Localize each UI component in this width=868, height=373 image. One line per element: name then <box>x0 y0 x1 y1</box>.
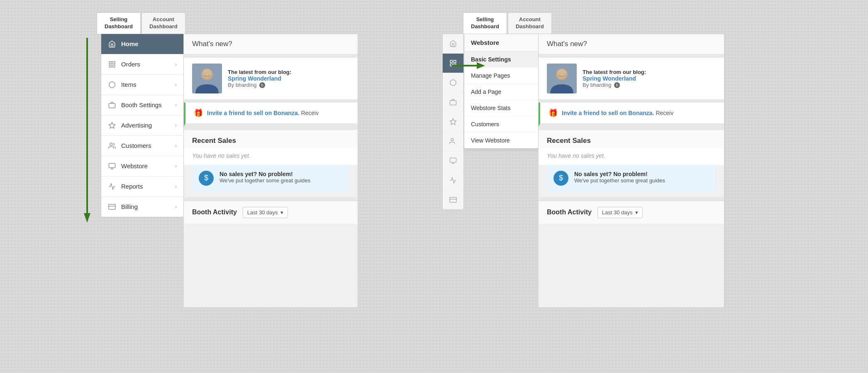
sidebar-item-customers[interactable]: Customers › <box>101 136 183 156</box>
svg-point-25 <box>451 138 454 141</box>
sidebar-label-items: Items <box>121 81 137 88</box>
recent-sales-header-left: Recent Sales <box>184 130 358 148</box>
svg-rect-5 <box>113 65 115 67</box>
no-sales-promo-right: $ No sales yet? No problem! We've put to… <box>547 165 716 191</box>
sidebar-label-reports: Reports <box>121 183 143 190</box>
whats-new-section-right: What's new? <box>539 34 724 54</box>
whats-new-section: What's new? <box>184 34 358 54</box>
booth-activity-bar-right: Booth Activity Last 30 days ▾ <box>539 201 724 224</box>
dropdown-item-add-page[interactable]: Add a Page <box>464 84 538 100</box>
person-face-icon <box>192 64 222 93</box>
svg-rect-23 <box>450 101 456 105</box>
sidebar-item-webstore[interactable]: Webstore › <box>101 156 183 177</box>
right-arrow-icon <box>450 59 487 72</box>
advertising-chevron: › <box>175 123 177 128</box>
left-panel: Selling Dashboard Account Dashboard <box>0 0 426 373</box>
sidebar-item-reports[interactable]: Reports › <box>101 177 183 197</box>
dropdown-chevron-right: ▾ <box>635 209 638 216</box>
sidebar-left: Home Orders › <box>101 34 184 217</box>
sidebar-label-home: Home <box>121 40 139 47</box>
billing-icon <box>108 203 116 211</box>
collapsed-reports-icon <box>449 177 457 184</box>
dropdown-menu-header: Webstore <box>464 34 538 52</box>
webstore-icon <box>108 162 116 170</box>
green-arrow-down <box>82 34 99 233</box>
dollar-icon-right: $ <box>553 171 568 186</box>
sidebar-item-orders[interactable]: Orders › <box>101 54 183 75</box>
sidebar-item-home[interactable]: Home <box>101 34 183 54</box>
sidebar-item-billing[interactable]: Billing › <box>101 197 183 217</box>
recent-sales-header-right: Recent Sales <box>539 130 724 148</box>
booth-activity-dropdown-left[interactable]: Last 30 days ▾ <box>243 207 288 218</box>
blog-latest-label: The latest from our blog: <box>228 69 291 75</box>
sidebar-item-booth-settings[interactable]: Booth Settings › <box>101 95 183 115</box>
blog-section-left: The latest from our blog: Spring Wonderl… <box>184 58 358 103</box>
sidebar-label-booth: Booth Settings <box>121 101 162 108</box>
invite-link[interactable]: Invite a friend to sell on Bonanza. <box>207 110 299 116</box>
booth-activity-label-right: Booth Activity <box>547 209 592 216</box>
gift-icon: 🎁 <box>194 108 203 118</box>
customers-chevron: › <box>175 143 177 149</box>
sidebar-label-orders: Orders <box>121 61 140 68</box>
tab-selling-dashboard-right[interactable]: Selling Dashboard <box>463 12 507 34</box>
webstore-chevron: › <box>175 163 177 169</box>
sidebar-item-advertising[interactable]: Advertising › <box>101 115 183 136</box>
home-icon <box>108 40 116 48</box>
dropdown-chevron-left: ▾ <box>280 209 283 216</box>
green-arrow-right <box>450 59 487 72</box>
svg-rect-4 <box>109 65 111 67</box>
svg-rect-3 <box>113 61 115 64</box>
invite-link-right[interactable]: Invite a friend to sell on Bonanza. <box>562 110 654 116</box>
blog-avatar-right <box>547 64 577 93</box>
panel-divider <box>426 0 442 373</box>
collapsed-items[interactable] <box>443 73 463 93</box>
svg-rect-6 <box>109 103 115 108</box>
svg-rect-12 <box>109 204 116 209</box>
collapsed-home[interactable] <box>443 34 463 54</box>
items-icon <box>108 81 116 89</box>
blog-text-left: The latest from our blog: Spring Wonderl… <box>228 69 291 88</box>
collapsed-webstore[interactable] <box>443 151 463 171</box>
no-sales-text-right: You have no sales yet. <box>539 148 724 165</box>
collapsed-billing[interactable] <box>443 190 463 209</box>
tab-account-dashboard-right[interactable]: Account Dashboard <box>508 12 552 34</box>
no-sales-promo-left: $ No sales yet? No problem! We've put to… <box>192 165 349 191</box>
orders-icon <box>108 60 116 69</box>
blog-link-right[interactable]: Spring Wonderland <box>583 75 646 82</box>
svg-rect-29 <box>450 197 457 202</box>
tab-account-dashboard-left[interactable]: Account Dashboard <box>141 12 185 34</box>
booth-activity-dropdown-right[interactable]: Last 30 days ▾ <box>597 207 643 218</box>
dropdown-item-view-webstore[interactable]: View Webstore <box>464 133 538 148</box>
dropdown-item-webstore-stats[interactable]: Webstore Stats <box>464 100 538 116</box>
invite-section-right: 🎁 Invite a friend to sell on Bonanza. Re… <box>539 103 724 127</box>
svg-marker-7 <box>109 122 115 128</box>
collapsed-advertising[interactable] <box>443 112 463 132</box>
collapsed-booth-icon <box>449 98 457 106</box>
promo-desc-left: We've put together some great guides <box>219 177 310 184</box>
svg-marker-24 <box>450 118 456 124</box>
invite-section-left: 🎁 Invite a friend to sell on Bonanza. Re… <box>184 103 358 127</box>
items-chevron: › <box>175 82 177 88</box>
advertising-icon <box>108 121 116 130</box>
billing-chevron: › <box>175 204 177 210</box>
blog-link[interactable]: Spring Wonderland <box>228 75 291 82</box>
dropdown-item-customers[interactable]: Customers <box>464 116 538 133</box>
sidebar-label-customers: Customers <box>121 142 151 149</box>
collapsed-booth[interactable] <box>443 93 463 112</box>
promo-title-left: No sales yet? No problem! <box>219 171 310 177</box>
whats-new-title: What's new? <box>192 40 232 48</box>
sidebar-label-advertising: Advertising <box>121 122 152 129</box>
collapsed-webstore-icon <box>449 157 457 164</box>
blog-author: By bharding b <box>228 82 291 88</box>
tab-selling-dashboard-left[interactable]: Selling Dashboard <box>97 12 141 34</box>
promo-content-right: No sales yet? No problem! We've put toge… <box>574 171 665 184</box>
collapsed-customers-icon <box>449 137 457 145</box>
promo-title-right: No sales yet? No problem! <box>574 171 665 177</box>
promo-desc-right: We've put together some great guides <box>574 177 665 184</box>
collapsed-reports[interactable] <box>443 171 463 190</box>
sidebar-item-items[interactable]: Items › <box>101 75 183 95</box>
blog-latest-label-right: The latest from our blog: <box>583 69 646 75</box>
svg-rect-2 <box>109 61 111 64</box>
svg-point-8 <box>110 143 112 145</box>
collapsed-customers[interactable] <box>443 132 463 151</box>
